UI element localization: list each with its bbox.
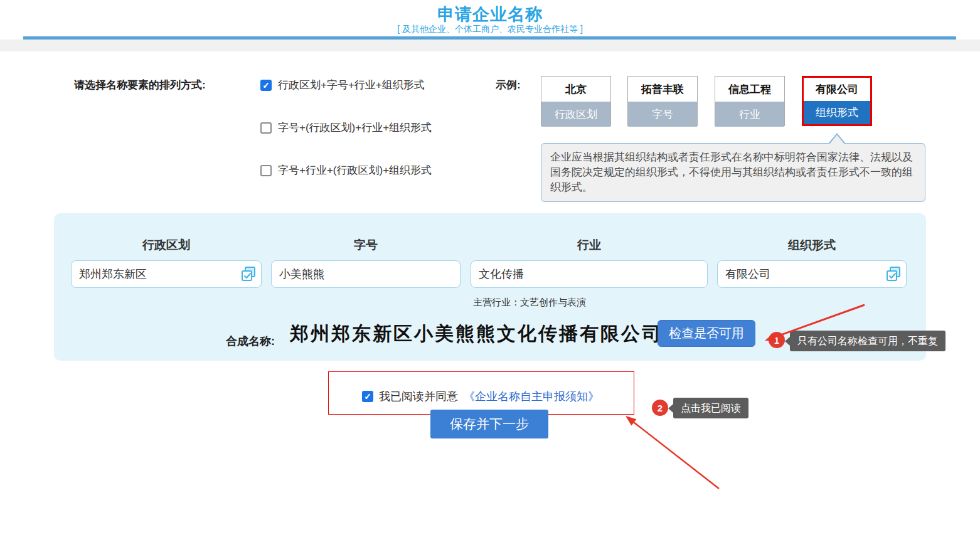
checkbox-unchecked-icon[interactable]: [260, 165, 272, 176]
example-value: 拓普丰联: [628, 77, 697, 102]
industry-field: [471, 260, 708, 288]
arrangement-label: 请选择名称要素的排列方式:: [74, 78, 206, 92]
composed-name-label: 合成名称:: [226, 334, 275, 349]
example-category: 行政区划: [541, 102, 610, 127]
main-industry-note: 主营行业：文艺创作与表演: [473, 297, 586, 309]
application-page: 申请企业名称 [ 及其他企业、个体工商户、农民专业合作社等 ] 请选择名称要素的…: [0, 0, 980, 547]
example-box-industry: 信息工程 行业: [715, 76, 785, 126]
note-caret-fill: [829, 135, 844, 144]
save-next-button[interactable]: 保存并下一步: [430, 410, 548, 438]
agreement-text: 我已阅读并同意: [379, 389, 458, 404]
example-label: 示例:: [496, 78, 521, 92]
checkbox-unchecked-icon[interactable]: [260, 122, 272, 134]
orgform-field: [717, 260, 907, 288]
check-glyph: ✓: [262, 81, 270, 90]
orgform-note: 企业应当根据其组织结构或者责任形式在名称中标明符合国家法律、法规以及国务院决定规…: [541, 143, 925, 202]
arrow-to-agreement-box: [626, 416, 719, 489]
example-box-orgform-highlighted: 有限公司 组织形式: [802, 76, 872, 126]
orgform-input[interactable]: [717, 260, 907, 288]
agreement-checkbox[interactable]: ✓: [362, 391, 373, 402]
column-header-orgform: 组织形式: [717, 237, 907, 253]
column-header-tradename: 字号: [271, 237, 461, 253]
agreement-row: ✓ 我已阅读并同意 《企业名称自主申报须知》: [362, 389, 599, 404]
callout-2-tooltip: 点击我已阅读: [673, 398, 748, 418]
example-category: 行业: [715, 102, 784, 127]
orgform-picker-icon[interactable]: [885, 266, 902, 285]
arrangement-option-2[interactable]: 字号+(行政区划)+行业+组织形式: [260, 120, 432, 135]
arrangement-option-label[interactable]: 字号+行业+(行政区划)+组织形式: [278, 163, 432, 178]
example-box-district: 北京 行政区划: [541, 76, 611, 126]
district-input[interactable]: [71, 260, 262, 288]
callout-2-badge: 2: [652, 400, 668, 416]
declaration-notice-link[interactable]: 《企业名称自主申报须知》: [464, 389, 599, 404]
tradename-field: [271, 260, 461, 288]
example-value: 信息工程: [715, 77, 784, 102]
column-header-industry: 行业: [471, 237, 708, 253]
check-glyph: ✓: [364, 392, 371, 401]
page-title: 申请企业名称: [0, 3, 980, 26]
example-value: 北京: [541, 77, 610, 102]
example-value: 有限公司: [804, 78, 870, 101]
industry-input[interactable]: [471, 260, 708, 288]
check-availability-button[interactable]: 检查是否可用: [658, 320, 755, 347]
checkbox-checked-icon[interactable]: ✓: [260, 80, 272, 91]
callout-1-badge: 1: [769, 332, 785, 348]
example-category: 组织形式: [804, 101, 870, 124]
column-header-district: 行政区划: [71, 237, 262, 253]
tradename-input[interactable]: [271, 260, 461, 288]
callout-1-tooltip: 只有公司名称检查可用，不重复: [790, 331, 945, 351]
arrangement-option-3[interactable]: 字号+行业+(行政区划)+组织形式: [260, 163, 432, 178]
composed-name-value: 郑州郑东新区小美熊熊文化传播有限公司: [290, 321, 663, 347]
example-box-tradename: 拓普丰联 字号: [627, 76, 698, 126]
page-subtitle: [ 及其他企业、个体工商户、农民专业合作社等 ]: [0, 24, 980, 35]
arrangement-option-label[interactable]: 行政区划+字号+行业+组织形式: [278, 78, 425, 92]
district-field: [71, 260, 262, 288]
example-category: 字号: [628, 102, 697, 127]
header-band: [0, 40, 980, 51]
district-picker-icon[interactable]: [240, 266, 257, 285]
arrangement-option-label[interactable]: 字号+(行政区划)+行业+组织形式: [278, 120, 432, 135]
arrangement-option-1[interactable]: ✓ 行政区划+字号+行业+组织形式: [260, 78, 425, 92]
